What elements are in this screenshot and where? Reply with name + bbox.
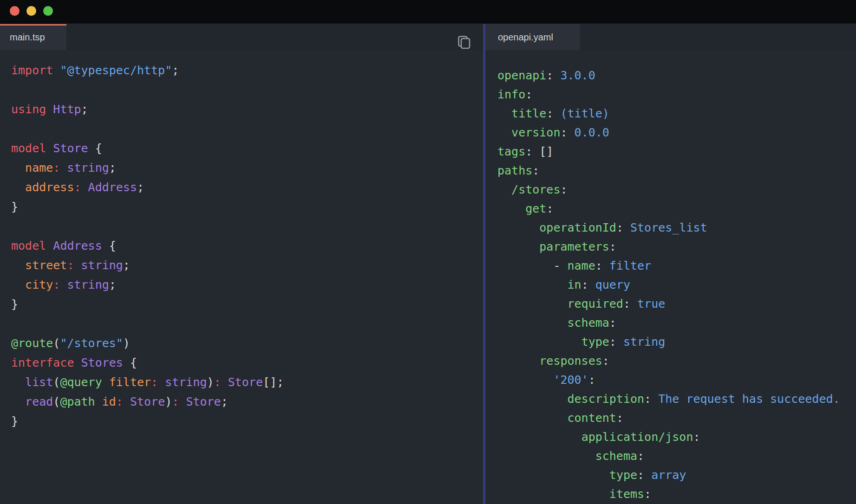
copy-icon — [457, 35, 470, 49]
code-line: tags: [] — [497, 142, 851, 161]
code-line: in: query — [497, 275, 851, 294]
tab-openapi-yaml[interactable]: openapi.yaml — [485, 24, 580, 50]
code-line: title: (title) — [497, 104, 851, 123]
code-line: operationId: Stores_list — [497, 218, 851, 237]
minimize-button[interactable] — [26, 6, 36, 16]
window-controls — [10, 6, 53, 16]
code-line: required: true — [497, 294, 851, 313]
code-line — [11, 314, 478, 334]
code-line: type: string — [497, 332, 851, 351]
code-line: responses: — [497, 351, 851, 370]
code-line: address: Address; — [11, 178, 478, 197]
code-line: model Store { — [11, 139, 478, 158]
code-line: @route("/stores") — [11, 334, 478, 353]
code-line: } — [11, 197, 478, 217]
code-line: info: — [497, 85, 851, 104]
right-tab-bar: openapi.yaml — [485, 24, 856, 50]
maximize-button[interactable] — [43, 6, 53, 16]
code-line: type: array — [497, 465, 851, 485]
code-line: application/json: — [497, 427, 851, 446]
code-line: } — [11, 295, 478, 314]
code-line: schema: — [497, 313, 851, 332]
tab-main-tsp[interactable]: main.tsp — [0, 24, 66, 50]
tab-main-tsp-label: main.tsp — [10, 32, 45, 43]
code-line: using Http; — [11, 100, 478, 119]
code-line: model Address { — [11, 236, 478, 256]
openapi-yaml-output: openapi: 3.0.0info: title: (title) versi… — [485, 50, 856, 504]
code-line: /stores: — [497, 180, 851, 199]
code-line: - name: filter — [497, 256, 851, 275]
window-titlebar — [0, 0, 856, 24]
tab-openapi-yaml-label: openapi.yaml — [498, 32, 553, 43]
code-line — [11, 217, 478, 236]
close-button[interactable] — [10, 6, 20, 16]
code-line: list(@query filter: string): Store[]; — [11, 373, 478, 392]
left-tab-bar: main.tsp — [0, 24, 483, 50]
code-line: items: — [497, 485, 851, 504]
code-line: '200': — [497, 370, 851, 389]
code-line: openapi: 3.0.0 — [497, 66, 851, 85]
copy-button[interactable] — [457, 35, 470, 49]
code-line: parameters: — [497, 237, 851, 256]
typespec-editor-panel: main.tsp import "@typespec/http";using H… — [0, 24, 483, 504]
openapi-output-panel: openapi.yaml openapi: 3.0.0info: title: … — [485, 24, 856, 504]
code-line: schema: — [497, 446, 851, 465]
code-line: interface Stores { — [11, 353, 478, 373]
code-line: paths: — [497, 161, 851, 180]
code-line: city: string; — [11, 275, 478, 295]
typespec-code-editor[interactable]: import "@typespec/http";using Http;model… — [0, 50, 483, 504]
code-line: street: string; — [11, 256, 478, 275]
code-line: } — [11, 412, 478, 431]
code-line: description: The request has succeeded. — [497, 389, 851, 408]
code-line: get: — [497, 199, 851, 218]
code-line: import "@typespec/http"; — [11, 61, 478, 80]
code-line: version: 0.0.0 — [497, 123, 851, 142]
code-line — [11, 119, 478, 139]
code-line: read(@path id: Store): Store; — [11, 392, 478, 412]
code-line: name: string; — [11, 158, 478, 178]
code-line — [11, 80, 478, 100]
code-line: content: — [497, 408, 851, 427]
